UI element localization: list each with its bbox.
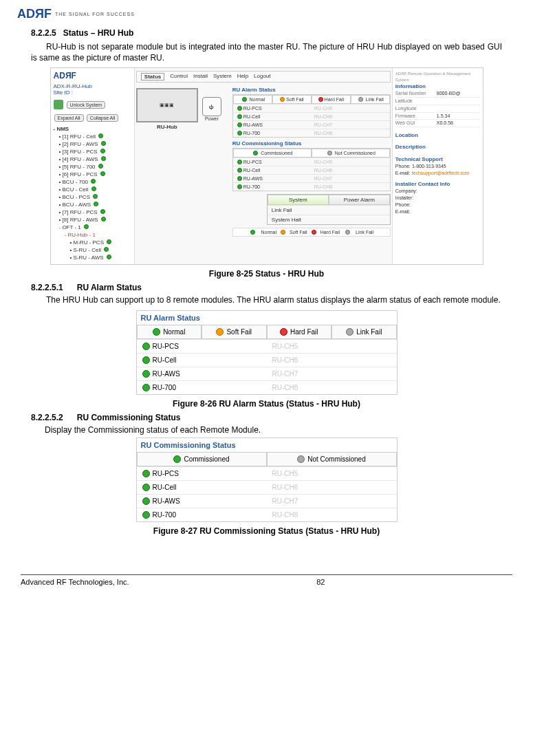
figure-caption: Figure 8-26 RU Alarm Status (Status - HR…: [17, 399, 516, 409]
hub-image: ▣▣▣: [136, 88, 198, 122]
figure-caption: Figure 8-27 RU Commissioning Status (Sta…: [17, 526, 516, 536]
paragraph: The HRU Hub can support up to 8 remote m…: [31, 295, 502, 306]
expand-all-button[interactable]: Expand All: [54, 114, 84, 122]
menu-bar[interactable]: Status ControlInstallSystemHelpLogout: [136, 71, 391, 83]
subsection-heading: 8.2.2.5.1 RU Alarm Status: [31, 283, 516, 292]
collapse-all-button[interactable]: Collapse All: [87, 114, 119, 122]
page-footer: Advanced RF Technologies, Inc. 82: [21, 574, 512, 586]
nav-tree[interactable]: - NMS • [1] RFU - Cell • [2] RFU - AWS •…: [54, 125, 131, 261]
figure-caption: Figure 8-25 Status - HRU Hub: [17, 269, 516, 279]
power-icon: ⏻: [202, 97, 221, 116]
figure-ru-alarm-status: RU Alarm Status Normal Soft Fail Hard Fa…: [136, 310, 398, 395]
figure-status-hru-hub: ADRF ADX-R-RU-Hub Site ID : Unlock Syste…: [50, 67, 483, 265]
subsection-heading: 8.2.2.5.2 RU Commissioning Status: [31, 413, 516, 422]
unlock-button[interactable]: Unlock System: [67, 101, 106, 109]
paragraph: Display the Commissioning status of each…: [45, 425, 502, 435]
section-heading: 8.2.2.5 Status – HRU Hub: [31, 28, 516, 38]
logo: ADRF THE SIGNAL FOR SUCCESS: [17, 7, 516, 21]
figure-ru-commissioning-status: RU Commissioning Status Commissioned Not…: [136, 438, 398, 522]
lock-icon: [54, 100, 63, 109]
paragraph: RU-Hub is not separate module but is int…: [31, 42, 502, 63]
